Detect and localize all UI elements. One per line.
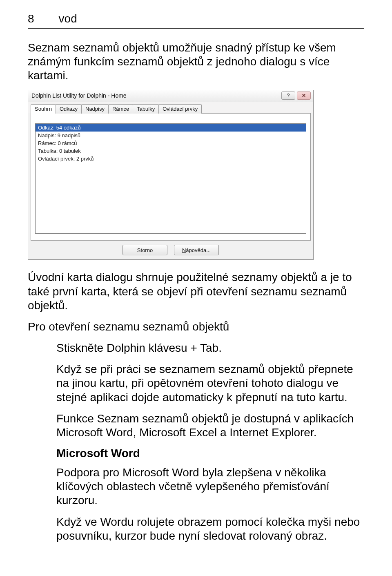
tab-odkazy[interactable]: Odkazy [56,104,82,114]
tab-ovladaci-prvky[interactable]: Ovládací prvky [158,104,202,114]
shortcut-line: Stiskněte Dolphin klávesu + Tab. [28,341,364,355]
dialog-tabs: Souhrn Odkazy Nadpisy Rámce Tabulky Ovlá… [28,102,313,113]
storno-button[interactable]: Storno [122,245,167,255]
paragraph-intro: Seznam seznamů objektů umožňuje snadný p… [28,41,364,83]
tab-tabulky[interactable]: Tabulky [133,104,159,114]
paragraph-9: Když ve Wordu rolujete obrazem pomocí ko… [28,515,364,543]
open-heading: Pro otevření seznamu seznamů objektů [28,320,364,334]
napoveda-button[interactable]: Nápověda... [174,245,219,255]
list-item[interactable]: Ovládací prvek: 2 prvků [36,155,306,163]
tab-nadpisy[interactable]: Nadpisy [81,104,109,114]
paragraph-6: Funkce Seznam seznamů objektů je dostupn… [28,412,364,440]
section-label: vod [59,12,77,25]
page-number: 8 [28,12,34,25]
subheading-msword: Microsoft Word [28,447,364,460]
dialog-title: Dolphin List Utility for Dolphin - Home [31,92,127,99]
napoveda-accel: N [182,247,186,253]
list-item[interactable]: Nadpis: 9 nadpisů [36,132,306,139]
list-item[interactable]: Tabulka: 0 tabulek [36,147,306,155]
summary-listbox[interactable]: Odkaz: 54 odkazů Nadpis: 9 nadpisů Rámec… [35,123,306,234]
list-item[interactable]: Odkaz: 54 odkazů [36,124,306,132]
tab-souhrn[interactable]: Souhrn [31,104,56,114]
paragraph-8: Podpora pro Microsoft Word byla zlepšena… [28,466,364,507]
dialog-titlebar: Dolphin List Utility for Dolphin - Home … [28,90,313,102]
dialog-screenshot: Dolphin List Utility for Dolphin - Home … [28,90,364,260]
paragraph-5: Když se při práci se seznamem seznamů ob… [28,362,364,404]
close-icon[interactable]: ✕ [297,92,311,100]
dialog-tabpanel: Odkaz: 54 odkazů Nadpis: 9 nadpisů Rámec… [31,113,311,241]
tab-ramce[interactable]: Rámce [108,104,133,114]
help-icon[interactable]: ? [281,92,295,100]
napoveda-rest: ápověda... [186,247,211,253]
dialog-window: Dolphin List Utility for Dolphin - Home … [28,90,314,260]
list-item[interactable]: Rámec: 0 rámců [36,139,306,147]
paragraph-2: Úvodní karta dialogu shrnuje použitelné … [28,270,364,312]
header-rule [28,28,364,29]
